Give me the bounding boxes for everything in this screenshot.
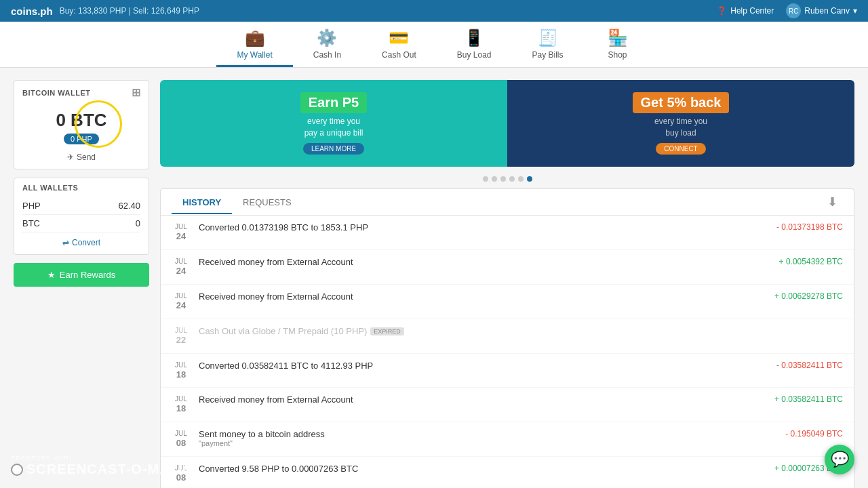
- nav-my-wallet[interactable]: 💼 My Wallet: [216, 22, 292, 67]
- dot-2[interactable]: [492, 176, 497, 182]
- banner-get[interactable]: Get 5% back every time youbuy load CONNE…: [507, 80, 854, 167]
- topbar: coins.ph Buy: 133,830 PHP | Sell: 126,64…: [0, 0, 868, 22]
- php-currency-label: PHP: [22, 201, 41, 211]
- nav-cash-in[interactable]: ⚙️ Cash In: [293, 22, 361, 67]
- history-description: Received money from External Account: [199, 291, 766, 302]
- cash-out-icon: 💳: [389, 28, 409, 47]
- history-description: Received money from External Account: [199, 257, 771, 267]
- history-description: Converted 0.01373198 BTC to 1853.1 PHP: [199, 222, 768, 232]
- download-icon[interactable]: ⬇: [822, 189, 843, 215]
- bitcoin-wallet-card: BITCOIN WALLET ⊞ 0 BTC 0 PHP ✈ Send: [14, 80, 149, 169]
- tab-history[interactable]: HISTORY: [172, 190, 232, 214]
- dot-5[interactable]: [518, 176, 524, 182]
- dot-6[interactable]: [527, 176, 532, 182]
- banner-earn-title: Earn P5: [300, 92, 367, 113]
- dot-1[interactable]: [483, 176, 488, 182]
- nav-buy-load[interactable]: 📱 Buy Load: [437, 22, 512, 67]
- all-wallets-title: ALL WALLETS: [22, 184, 140, 192]
- brand-logo[interactable]: coins.ph: [11, 5, 53, 17]
- dot-4[interactable]: [509, 176, 515, 182]
- nav-shop[interactable]: 🏪 Shop: [584, 22, 652, 67]
- nav-shop-label: Shop: [608, 50, 627, 60]
- btc-amount-wallet: 0: [136, 218, 140, 228]
- php-amount: 62.40: [118, 201, 140, 211]
- history-row[interactable]: JUL 24 Received money from External Acco…: [161, 285, 854, 319]
- avatar: RC: [786, 3, 801, 18]
- history-row[interactable]: JUL 22 Cash Out via Globe / TM Prepaid (…: [161, 319, 854, 354]
- price-info: Buy: 133,830 PHP | Sell: 126,649 PHP: [60, 6, 199, 16]
- help-icon: ❓: [717, 6, 727, 16]
- history-row[interactable]: JUL 18 Converted 0.03582411 BTC to 4112.…: [161, 354, 854, 388]
- banner-learn-button[interactable]: LEARN MORE: [303, 143, 364, 155]
- convert-label: Convert: [72, 238, 100, 247]
- history-list: JUL 24 Converted 0.01373198 BTC to 1853.…: [161, 216, 854, 488]
- bitcoin-wallet-title: BITCOIN WALLET: [22, 89, 91, 97]
- nav-cash-in-label: Cash In: [313, 50, 341, 60]
- history-date: JUL 18: [172, 394, 191, 415]
- nav-cash-out-label: Cash Out: [382, 50, 416, 60]
- cash-in-icon: ⚙️: [317, 28, 337, 47]
- history-desc-text: Received money from External Account: [199, 291, 353, 302]
- nav-pay-bills[interactable]: 🧾 Pay Bills: [512, 22, 584, 67]
- history-amount: - 0.01373198 BTC: [776, 222, 843, 232]
- grid-icon[interactable]: ⊞: [132, 86, 141, 99]
- help-center-link[interactable]: ❓ Help Center: [717, 6, 774, 16]
- btc-amount: 0 BTC: [56, 110, 106, 131]
- chevron-down-icon: ▾: [853, 6, 857, 16]
- history-row[interactable]: JUL 18 Received money from External Acco…: [161, 388, 854, 422]
- all-wallets-card: ALL WALLETS PHP 62.40 BTC 0 ⇌ Convert: [14, 178, 149, 255]
- history-row[interactable]: JUL 08 Converted 9.58 PHP to 0.00007263 …: [161, 457, 854, 488]
- banner-carousel: Earn P5 every time youpay a unique bill …: [160, 80, 854, 167]
- history-date: JUL 24: [172, 291, 191, 312]
- history-row[interactable]: JUL 08 Sent money to a bitcoin address "…: [161, 422, 854, 457]
- history-desc-text: Cash Out via Globe / TM Prepaid (10 PHP): [199, 326, 367, 336]
- history-amount: - 0.03582411 BTC: [776, 361, 843, 370]
- banner-earn-subtitle: every time youpay a unique bill: [304, 116, 363, 139]
- nav-buy-load-label: Buy Load: [457, 50, 492, 60]
- star-icon: ★: [47, 270, 56, 280]
- history-date: JUL 24: [172, 257, 191, 277]
- php-badge[interactable]: 0 PHP: [64, 134, 99, 144]
- nav-my-wallet-label: My Wallet: [237, 50, 272, 60]
- chat-button[interactable]: 💬: [825, 445, 854, 474]
- history-row[interactable]: JUL 24 Received money from External Acco…: [161, 250, 854, 285]
- wallet-icon: 💼: [245, 28, 265, 47]
- banner-get-title: Get 5% back: [633, 92, 730, 113]
- left-panel: BITCOIN WALLET ⊞ 0 BTC 0 PHP ✈ Send ALL …: [14, 80, 149, 488]
- banner-connect-button[interactable]: CONNECT: [656, 143, 705, 155]
- send-label: Send: [77, 152, 96, 162]
- dot-3[interactable]: [500, 176, 506, 182]
- wallet-row-btc[interactable]: BTC 0: [22, 215, 140, 232]
- nav-cash-out[interactable]: 💳 Cash Out: [361, 22, 437, 67]
- buy-load-icon: 📱: [464, 28, 484, 47]
- wallet-row-php[interactable]: PHP 62.40: [22, 197, 140, 215]
- history-desc-text: Received money from External Account: [199, 394, 353, 405]
- earn-rewards-button[interactable]: ★ Earn Rewards: [14, 263, 149, 287]
- history-row-sub: "payment": [199, 439, 777, 447]
- chat-icon: 💬: [831, 451, 849, 468]
- carousel-dots: [160, 176, 854, 182]
- main-nav: 💼 My Wallet ⚙️ Cash In 💳 Cash Out 📱 Buy …: [0, 22, 868, 68]
- user-menu[interactable]: RC Ruben Canv ▾: [786, 3, 857, 18]
- send-icon: ✈: [67, 152, 74, 162]
- history-description: Cash Out via Globe / TM Prepaid (10 PHP)…: [199, 326, 843, 336]
- expired-badge: EXPIRED: [370, 327, 404, 336]
- username: Ruben Canv: [804, 6, 850, 16]
- nav-pay-bills-label: Pay Bills: [532, 50, 564, 60]
- history-date: JUL 08: [172, 429, 191, 449]
- shop-icon: 🏪: [608, 28, 628, 47]
- send-button[interactable]: ✈ Send: [14, 152, 149, 162]
- history-description: Converted 0.03582411 BTC to 4112.93 PHP: [199, 361, 768, 371]
- banner-earn[interactable]: Earn P5 every time youpay a unique bill …: [160, 80, 507, 167]
- tab-requests[interactable]: REQUESTS: [232, 190, 302, 214]
- history-amount: + 0.00629278 BTC: [774, 291, 843, 301]
- convert-button[interactable]: ⇌ Convert: [62, 238, 100, 247]
- history-date: JUL 18: [172, 361, 191, 381]
- history-amount: + 0.03582411 BTC: [774, 394, 843, 404]
- history-panel: HISTORY REQUESTS ⬇ JUL 24 Converted 0.01…: [160, 188, 854, 488]
- history-date: JUL 08: [172, 464, 191, 484]
- btc-currency-label: BTC: [22, 218, 40, 228]
- history-amount: - 0.195049 BTC: [785, 429, 843, 439]
- right-panel: Earn P5 every time youpay a unique bill …: [160, 80, 854, 488]
- history-row[interactable]: JUL 24 Converted 0.01373198 BTC to 1853.…: [161, 216, 854, 250]
